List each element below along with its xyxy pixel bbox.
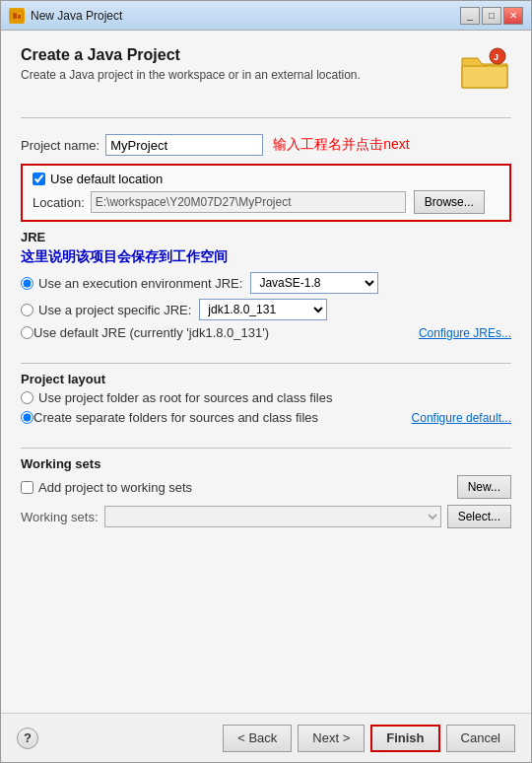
titlebar-buttons: _ □ ✕: [460, 7, 523, 25]
jre-option2-row: Use a project specific JRE: jdk1.8.0_131: [21, 299, 511, 320]
layout-option2-radio[interactable]: [21, 411, 33, 424]
window: New Java Project _ □ ✕ Create a Java Pro…: [0, 0, 532, 763]
cancel-button[interactable]: Cancel: [446, 725, 515, 752]
jre-option3-row: Use default JRE (currently 'jdk1.8.0_131…: [21, 325, 511, 340]
jre-option3-radio[interactable]: [21, 326, 33, 339]
annotation-project: 输入工程名并点击next: [273, 136, 409, 154]
jre-section: JRE 这里说明该项目会保存到工作空间 Use an execution env…: [21, 230, 511, 345]
working-sets-section: Working sets Add project to working sets…: [21, 456, 511, 528]
working-sets-label: Working sets:: [21, 510, 99, 524]
use-default-location-row: Use default location: [33, 172, 499, 186]
use-default-location-checkbox[interactable]: [33, 173, 45, 185]
layout-option1-row: Use project folder as root for sources a…: [21, 390, 511, 405]
default-location-section: Use default location Location: Browse...: [21, 164, 511, 222]
footer: ? < Back Next > Finish Cancel: [1, 713, 531, 762]
project-name-input[interactable]: [105, 134, 263, 156]
jre-section-title: JRE: [21, 230, 511, 244]
dialog-description: Create a Java project in the workspace o…: [21, 68, 450, 82]
location-row: Location: Browse...: [33, 190, 499, 214]
maximize-button[interactable]: □: [482, 7, 501, 25]
next-button[interactable]: Next >: [298, 725, 365, 752]
working-sets-title: Working sets: [21, 456, 511, 471]
minimize-button[interactable]: _: [460, 7, 480, 25]
svg-rect-1: [13, 13, 17, 19]
working-sets-dropdown[interactable]: [104, 506, 441, 527]
project-layout-section: Project layout Use project folder as roo…: [21, 372, 511, 430]
select-working-set-button[interactable]: Select...: [447, 505, 511, 528]
window-title: New Java Project: [31, 9, 460, 23]
svg-text:J: J: [494, 52, 499, 62]
layout-option1-radio[interactable]: [21, 391, 33, 404]
footer-buttons: < Back Next > Finish Cancel: [223, 725, 515, 752]
browse-button[interactable]: Browse...: [414, 190, 485, 214]
project-name-label: Project name:: [21, 138, 100, 153]
titlebar: New Java Project _ □ ✕: [1, 1, 531, 31]
jre-option1-row: Use an execution environment JRE: JavaSE…: [21, 272, 511, 294]
project-layout-title: Project layout: [21, 372, 511, 386]
svg-rect-4: [462, 66, 507, 88]
add-to-working-sets-checkbox[interactable]: [21, 481, 33, 494]
jre-option1-label[interactable]: Use an execution environment JRE:: [38, 276, 242, 291]
project-name-row: Project name: 输入工程名并点击next: [21, 134, 511, 156]
add-to-working-sets-label[interactable]: Add project to working sets: [38, 480, 192, 495]
jre-specific-dropdown[interactable]: jdk1.8.0_131: [199, 299, 327, 320]
header-separator: [21, 117, 511, 118]
back-button[interactable]: < Back: [223, 725, 292, 752]
layout-option1-label[interactable]: Use project folder as root for sources a…: [38, 390, 332, 405]
layout-option2-row: Create separate folders for sources and …: [21, 410, 511, 425]
header-text: Create a Java Project Create a Java proj…: [21, 46, 450, 82]
jre-separator: [21, 363, 511, 364]
jre-note: 这里说明该项目会保存到工作空间: [21, 248, 511, 266]
configure-jres-link[interactable]: Configure JREs...: [419, 326, 511, 340]
header-section: Create a Java Project Create a Java proj…: [21, 46, 511, 94]
layout-separator: [21, 448, 511, 449]
svg-rect-2: [18, 15, 21, 19]
add-to-working-sets-row: Add project to working sets New...: [21, 475, 511, 499]
finish-button[interactable]: Finish: [370, 725, 439, 752]
jre-option3-label[interactable]: Use default JRE (currently 'jdk1.8.0_131…: [33, 325, 269, 340]
jre-option2-label[interactable]: Use a project specific JRE:: [38, 303, 191, 317]
window-icon: [9, 8, 25, 24]
working-sets-input-row: Working sets: Select...: [21, 505, 511, 528]
jre-option2-radio[interactable]: [21, 304, 33, 316]
java-project-icon: J: [460, 46, 511, 94]
location-input[interactable]: [91, 191, 406, 213]
jre-environment-dropdown[interactable]: JavaSE-1.8: [250, 272, 378, 294]
new-working-set-button[interactable]: New...: [457, 475, 511, 499]
location-label: Location:: [33, 195, 85, 210]
close-button[interactable]: ✕: [503, 7, 523, 25]
dialog-title: Create a Java Project: [21, 46, 450, 64]
dialog-content: Create a Java Project Create a Java proj…: [1, 31, 531, 713]
use-default-location-label[interactable]: Use default location: [50, 172, 163, 186]
help-button[interactable]: ?: [17, 728, 38, 749]
layout-option2-label[interactable]: Create separate folders for sources and …: [33, 410, 318, 425]
content-spacer: [21, 538, 511, 697]
configure-default-link[interactable]: Configure default...: [412, 411, 511, 425]
jre-option1-radio[interactable]: [21, 277, 33, 290]
